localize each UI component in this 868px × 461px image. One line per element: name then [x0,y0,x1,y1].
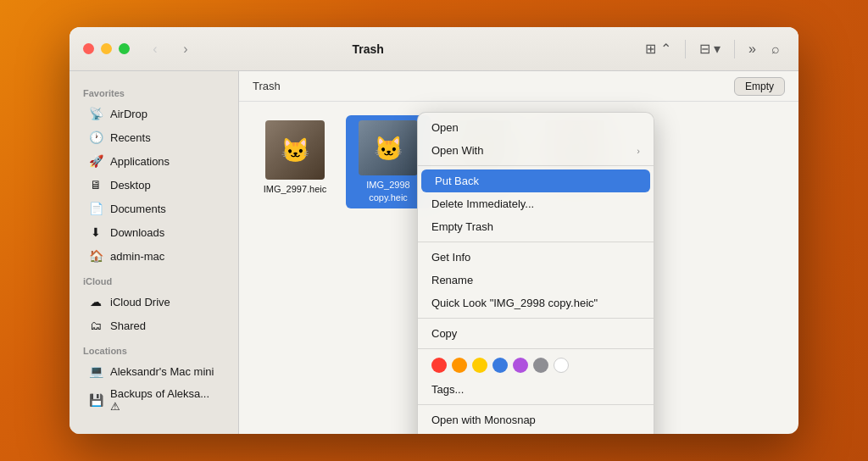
window-body: Favorites 📡 AirDrop 🕐 Recents 🚀 Applicat… [70,71,798,434]
close-button[interactable] [83,43,94,54]
cm-open-with-label: Open With [431,144,483,157]
sidebar-item-mac-mini[interactable]: 💻 Aleksandr's Mac mini [75,359,233,383]
icloud-label: iCloud [70,268,238,290]
file-thumb-img2997 [265,120,325,180]
forward-button[interactable]: › [174,40,198,58]
back-button[interactable]: ‹ [143,40,167,58]
file-name-img2998copy: IMG_2998 copy.heic [351,179,426,203]
airdrop-icon: 📡 [88,106,103,121]
sidebar-section-favorites: Favorites 📡 AirDrop 🕐 Recents 🚀 Applicat… [70,80,238,268]
icloud-drive-icon: ☁ [88,294,103,309]
admin-mac-icon: 🏠 [88,248,103,264]
sidebar-item-icloud-drive[interactable]: ☁ iCloud Drive [75,290,233,314]
cm-delete-immediately-label: Delete Immediately... [431,197,534,210]
cm-open-monosnap-label: Open with Monosnap [431,414,536,426]
cm-delete-immediately[interactable]: Delete Immediately... [418,192,654,215]
sidebar-item-downloads[interactable]: ⬇ Downloads [75,220,233,244]
sidebar-label-downloads: Downloads [110,226,164,239]
tag-red[interactable] [431,358,447,373]
cm-set-desktop[interactable]: Set Desktop Picture [418,431,654,434]
cm-copy[interactable]: Copy [418,322,654,345]
cm-quick-look-label: Quick Look "IMG_2998 copy.heic" [431,297,598,309]
sidebar-label-documents: Documents [110,203,166,215]
recents-icon: 🕐 [88,130,103,145]
sidebar-item-applications[interactable]: 🚀 Applications [75,149,233,173]
cm-divider-5 [418,404,654,405]
file-item-img2997[interactable]: IMG_2997.heic [253,115,337,208]
sidebar-section-icloud: iCloud ☁ iCloud Drive 🗂 Shared [70,268,238,337]
tag-gray[interactable] [533,358,548,373]
mac-mini-icon: 💻 [88,364,103,379]
shared-icon: 🗂 [88,318,103,333]
cm-rename[interactable]: Rename [418,269,654,292]
more-button[interactable]: » [743,38,761,60]
cm-open-with-chevron: › [637,146,640,156]
main-content: Trash Empty IMG_2997.heic IMG_2998 copy.… [239,71,798,434]
sidebar-section-locations: Locations 💻 Aleksandr's Mac mini 💾 Backu… [70,337,238,417]
applications-icon: 🚀 [88,153,103,169]
file-name-img2997: IMG_2997.heic [264,183,327,195]
file-thumb-img2998copy [359,120,418,175]
minimize-button[interactable] [101,43,112,54]
cm-tags[interactable]: Tags... [418,378,654,401]
cm-open[interactable]: Open [418,116,654,139]
sidebar-item-admin-mac[interactable]: 🏠 admin-mac [75,244,233,268]
cm-copy-label: Copy [431,327,457,340]
cm-divider-3 [418,318,654,319]
cm-divider-2 [418,242,654,242]
sidebar-label-admin-mac: admin-mac [110,250,164,263]
sidebar-label-shared: Shared [110,319,146,332]
backups-icon: 💾 [88,392,103,408]
toolbar-right: ⊞ ⌃ ⊟ ▾ » ⌕ [640,37,785,60]
context-menu: Open Open With › Put Back Delete Immedia… [417,112,654,434]
cm-open-label: Open [431,121,459,134]
cm-quick-look[interactable]: Quick Look "IMG_2998 copy.heic" [418,292,654,314]
sidebar-label-airdrop: AirDrop [110,108,147,120]
tag-purple[interactable] [513,358,528,373]
favorites-label: Favorites [70,80,238,102]
cm-open-with[interactable]: Open With › [418,139,654,162]
sidebar-item-backups[interactable]: 💾 Backups of Aleksa... ⚠ [75,383,233,417]
toolbar-divider [685,40,686,58]
sidebar-label-mac-mini: Aleksandr's Mac mini [110,365,214,378]
tag-blue[interactable] [492,358,508,373]
cm-divider-4 [418,348,654,349]
sidebar: Favorites 📡 AirDrop 🕐 Recents 🚀 Applicat… [70,71,239,434]
search-button[interactable]: ⌕ [766,38,785,60]
locations-label: Locations [70,337,238,359]
sidebar-label-applications: Applications [110,155,170,168]
tag-yellow[interactable] [472,358,487,373]
cm-put-back[interactable]: Put Back [421,169,650,192]
documents-icon: 📄 [88,201,103,216]
desktop-icon: 🖥 [88,177,103,192]
cm-get-info[interactable]: Get Info [418,246,654,269]
cm-divider-1 [418,165,654,166]
cm-rename-label: Rename [431,274,473,286]
breadcrumb: Trash [253,80,281,92]
view-grid-button[interactable]: ⊞ ⌃ [640,37,676,60]
view-list-button[interactable]: ⊟ ▾ [694,37,726,60]
breadcrumb-bar: Trash Empty [239,71,798,102]
sidebar-item-shared[interactable]: 🗂 Shared [75,314,233,337]
maximize-button[interactable] [119,43,130,54]
sidebar-label-desktop: Desktop [110,179,151,192]
cm-tags-label: Tags... [431,383,464,396]
cm-empty-trash[interactable]: Empty Trash [418,215,654,238]
tag-orange[interactable] [452,358,467,373]
cm-get-info-label: Get Info [431,251,470,264]
cm-open-monosnap[interactable]: Open with Monosnap [418,408,654,431]
sidebar-label-backups: Backups of Aleksa... ⚠ [110,387,220,413]
cm-empty-trash-label: Empty Trash [431,220,493,233]
sidebar-item-airdrop[interactable]: 📡 AirDrop [75,102,233,125]
sidebar-item-documents[interactable]: 📄 Documents [75,197,233,220]
sidebar-item-recents[interactable]: 🕐 Recents [75,125,233,149]
sidebar-label-icloud-drive: iCloud Drive [110,296,170,308]
sidebar-label-recents: Recents [110,131,151,144]
sidebar-item-desktop[interactable]: 🖥 Desktop [75,173,233,197]
downloads-icon: ⬇ [88,225,103,240]
cm-put-back-label: Put Back [435,175,479,187]
empty-button[interactable]: Empty [734,77,785,96]
window-title: Trash [204,42,531,56]
cm-tags-row [418,353,654,378]
tag-white[interactable] [554,358,569,373]
